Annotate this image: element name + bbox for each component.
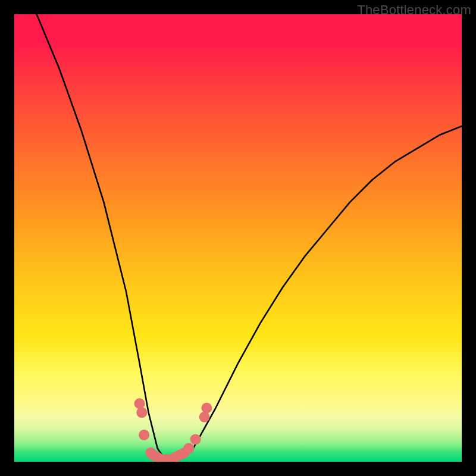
data-point-marker (152, 452, 163, 462)
data-point-marker (199, 412, 210, 422)
data-point-marker (156, 454, 167, 462)
data-point-marker (161, 454, 172, 462)
data-point-marker (179, 447, 190, 458)
curve-line (37, 14, 462, 462)
data-point-marker (201, 403, 212, 414)
data-point-marker (136, 407, 147, 418)
data-point-marker (145, 447, 156, 458)
data-point-marker (139, 430, 149, 440)
data-point-marker (148, 450, 158, 461)
data-point-marker (170, 452, 181, 462)
chart-frame: TheBottleneck.com (0, 0, 476, 476)
data-point-marker (183, 443, 194, 453)
chart-plot-area (14, 14, 462, 462)
data-point-marker (165, 454, 176, 462)
data-point-marker (134, 398, 145, 409)
curve-markers (134, 398, 212, 462)
data-point-marker (174, 450, 185, 461)
chart-svg (14, 14, 462, 462)
data-point-marker (190, 434, 201, 444)
bottleneck-curve-path (37, 14, 462, 462)
